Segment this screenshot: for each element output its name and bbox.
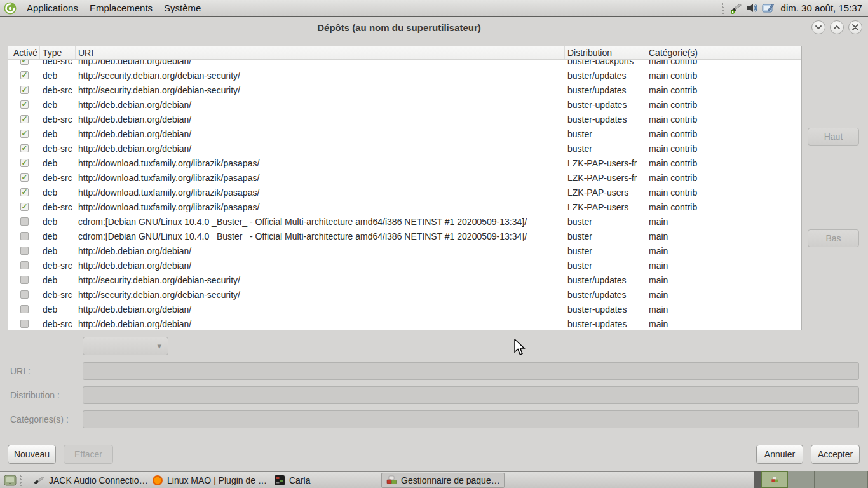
taskbar-item-carla[interactable]: Carla [270,473,329,488]
repo-categories: main contrib [646,85,801,95]
categories-field[interactable] [83,410,859,428]
move-up-button[interactable]: Haut [808,128,859,146]
workspace-3[interactable] [815,471,841,488]
accept-button[interactable]: Accepter [811,445,860,464]
table-row[interactable]: deb-srchttp://deb.debian.org/debian/bust… [8,316,801,330]
repo-uri: http://download.tuxfamily.org/librazik/p… [76,173,565,183]
menu-emplacements[interactable]: Emplacements [84,0,158,16]
enabled-checkbox[interactable]: ✓ [20,173,29,182]
enabled-checkbox[interactable] [20,217,29,226]
distro-logo-icon[interactable] [3,1,17,15]
close-icon [852,24,858,30]
repo-uri: http://security.debian.org/debian-securi… [76,290,565,300]
column-header-type[interactable]: Type [40,46,76,59]
type-dropdown[interactable]: ▾ [83,337,168,355]
repo-distribution: LZK-PAP-users [565,187,646,198]
taskbar-item-synaptic[interactable]: Gestionnaire de paque… [381,473,505,488]
enabled-cell: ✓ [8,130,40,138]
repo-categories: main [646,261,801,271]
table-row[interactable]: ✓deb-srchttp://deb.debian.org/debian/bus… [8,60,801,68]
table-row[interactable]: debhttp://security.debian.org/debian-sec… [8,273,801,287]
tasklist-handle[interactable] [19,475,23,486]
enabled-checkbox[interactable]: ✓ [20,144,29,152]
enabled-checkbox[interactable] [20,276,29,284]
taskbar-item-firefox[interactable]: Linux MAO | Plugin de … [148,473,270,488]
column-header-active[interactable]: Activé [8,46,40,59]
table-row[interactable]: ✓deb-srchttp://download.tuxfamily.org/li… [8,200,801,214]
table-row[interactable]: ✓deb-srchttp://deb.debian.org/debian/bus… [8,141,801,156]
column-header-distribution[interactable]: Distribution [565,46,646,59]
new-button[interactable]: Nouveau [8,445,56,464]
enabled-cell: ✓ [8,86,40,94]
table-row[interactable]: debcdrom:[Debian GNU/Linux 10.4.0 _Buste… [8,214,801,229]
taskbar-item-jack[interactable]: JACK Audio Connectio… [30,473,148,488]
window-maximize-button[interactable] [830,20,844,34]
repo-type: deb-src [40,290,76,300]
repo-type: deb [40,246,76,256]
table-row[interactable]: ✓deb-srchttp://security.debian.org/debia… [8,83,801,97]
table-row[interactable]: ✓debhttp://deb.debian.org/debian/busterm… [8,126,801,141]
workspace-1[interactable] [761,471,788,488]
repo-type: deb-src [40,114,76,125]
taskbar-item-label: Linux MAO | Plugin de … [167,475,267,485]
enabled-checkbox[interactable]: ✓ [20,71,29,79]
enabled-checkbox[interactable]: ✓ [20,86,29,94]
table-row[interactable]: deb-srchttp://deb.debian.org/debian/bust… [8,258,801,273]
table-row[interactable]: ✓debhttp://download.tuxfamily.org/libraz… [8,185,801,200]
enabled-checkbox[interactable]: ✓ [20,188,29,196]
table-row[interactable]: debcdrom:[Debian GNU/Linux 10.4.0 _Buste… [8,229,801,243]
table-row[interactable]: debhttp://deb.debian.org/debian/busterma… [8,243,801,258]
synaptic-mini-icon [771,476,778,484]
repo-uri: http://deb.debian.org/debian/ [76,144,565,154]
tray-handle[interactable] [721,3,725,14]
enabled-checkbox[interactable] [20,305,29,313]
table-row[interactable]: ✓debhttp://download.tuxfamily.org/libraz… [8,156,801,170]
clock[interactable]: dim. 30 août, 15:37 [781,3,862,13]
cancel-button[interactable]: Annuler [756,445,803,464]
enabled-checkbox[interactable]: ✓ [20,130,29,138]
repo-distribution: buster/updates [565,290,646,300]
column-header-uri[interactable]: URI [76,46,565,59]
window-close-button[interactable] [848,20,862,34]
repo-distribution: LZK-PAP-users-fr [565,173,646,183]
column-header-categories[interactable]: Catégorie(s) [646,46,801,59]
workspace-4[interactable] [841,471,868,488]
table-row[interactable]: ✓deb-srchttp://deb.debian.org/debian/bus… [8,112,801,126]
enabled-checkbox[interactable]: ✓ [20,115,29,123]
enabled-checkbox[interactable] [20,232,29,240]
enabled-checkbox[interactable] [20,290,29,299]
repo-distribution: LZK-PAP-users-fr [565,158,646,168]
jack-tray-icon[interactable] [729,1,743,15]
tablet-icon[interactable] [761,1,775,15]
delete-button[interactable]: Effacer [64,445,113,464]
volume-icon[interactable] [745,1,759,15]
uri-label: URI : [10,366,31,376]
table-row[interactable]: debhttp://deb.debian.org/debian/buster-u… [8,302,801,316]
table-row[interactable]: ✓debhttp://deb.debian.org/debian/buster-… [8,97,801,112]
enabled-checkbox[interactable] [20,320,29,328]
table-row[interactable]: deb-srchttp://security.debian.org/debian… [8,287,801,302]
distribution-field[interactable] [83,386,859,404]
workspace-2[interactable] [788,471,815,488]
menu-applications[interactable]: Applications [21,0,84,16]
enabled-cell [8,261,40,269]
window-title: Dépôts (au nom du superutilisateur) [0,22,798,33]
enabled-checkbox[interactable] [20,261,29,269]
menu-systeme[interactable]: Système [158,0,207,16]
enabled-checkbox[interactable]: ✓ [20,203,29,211]
table-row[interactable]: ✓deb-srchttp://download.tuxfamily.org/li… [8,170,801,185]
window-shade-button[interactable] [811,20,825,34]
enabled-checkbox[interactable]: ✓ [20,159,29,167]
move-down-button[interactable]: Bas [808,229,859,247]
enabled-checkbox[interactable]: ✓ [20,100,29,109]
repo-distribution: buster-updates [565,319,646,329]
repo-type: deb [40,231,76,241]
show-desktop-icon[interactable] [4,474,17,487]
repo-distribution: buster-updates [565,114,646,125]
table-row[interactable]: ✓debhttp://security.debian.org/debian-se… [8,68,801,83]
enabled-checkbox[interactable] [20,247,29,255]
enabled-checkbox[interactable]: ✓ [20,60,29,65]
uri-field[interactable] [83,362,859,380]
repo-distribution: buster [565,129,646,139]
chevron-up-icon [833,25,841,30]
